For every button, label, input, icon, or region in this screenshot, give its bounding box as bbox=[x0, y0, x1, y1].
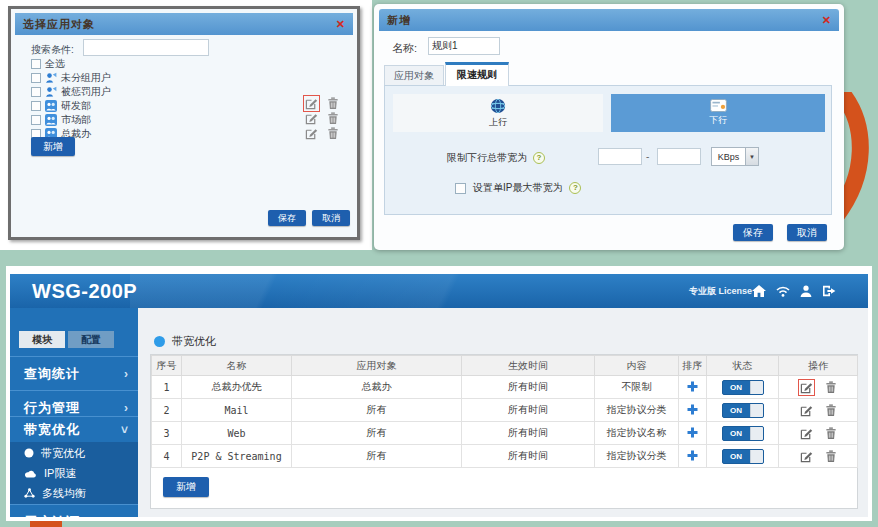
submenu-item-multiline-balance[interactable]: 多线均衡 bbox=[10, 484, 138, 502]
status-toggle[interactable]: ON bbox=[722, 380, 764, 395]
edit-icon[interactable] bbox=[305, 127, 318, 140]
trash-icon[interactable] bbox=[825, 404, 837, 417]
close-icon[interactable]: ✕ bbox=[822, 9, 831, 31]
edit-icon[interactable] bbox=[305, 97, 318, 110]
list-item-rd-dept[interactable]: 研发部 bbox=[31, 99, 91, 112]
cloud-icon bbox=[24, 469, 37, 478]
sort-plus-icon[interactable] bbox=[687, 381, 698, 392]
save-button[interactable]: 保存 bbox=[268, 210, 306, 226]
bandwidth-limit-row: 限制下行总带宽为 ? bbox=[447, 151, 545, 165]
bandwidth-max-input[interactable] bbox=[657, 148, 701, 165]
checkbox[interactable] bbox=[31, 115, 41, 125]
trash-icon[interactable] bbox=[327, 112, 339, 125]
chevron-down-icon: ˅ bbox=[121, 423, 128, 437]
logout-icon[interactable] bbox=[822, 285, 836, 297]
downstream-option-selected[interactable]: 下行 bbox=[611, 94, 825, 132]
edit-icon[interactable] bbox=[800, 427, 813, 440]
circle-icon bbox=[24, 448, 34, 458]
user-icon[interactable] bbox=[800, 285, 812, 297]
add-button[interactable]: 新增 bbox=[31, 137, 75, 156]
column-header: 状态 bbox=[707, 356, 779, 376]
group-icon bbox=[45, 114, 57, 126]
checkbox[interactable] bbox=[31, 73, 41, 83]
new-rule-dialog: 新增 ✕ 名称: 应用对象 限速规则 上行 下行 限制下行总带宽为 ? bbox=[374, 4, 844, 250]
sort-plus-icon[interactable] bbox=[687, 450, 698, 461]
trash-icon[interactable] bbox=[825, 427, 837, 440]
tab-speed-limit-rule[interactable]: 限速规则 bbox=[445, 62, 509, 86]
checkbox[interactable] bbox=[31, 87, 41, 97]
search-label: 搜索条件: bbox=[31, 43, 74, 57]
search-input[interactable] bbox=[83, 39, 209, 56]
add-rule-button[interactable]: 新增 bbox=[163, 477, 209, 497]
license-badge: 专业版 License bbox=[689, 274, 752, 308]
sort-plus-icon[interactable] bbox=[687, 427, 698, 438]
close-icon[interactable]: ✕ bbox=[336, 13, 345, 35]
column-header: 生效时间 bbox=[462, 356, 595, 376]
trash-icon[interactable] bbox=[825, 450, 837, 463]
unit-select[interactable]: KBps ▼ bbox=[711, 147, 759, 166]
item-label: 研发部 bbox=[61, 99, 91, 113]
dialog-title: 新增 bbox=[387, 13, 411, 28]
section-header: 带宽优化 bbox=[154, 334, 216, 349]
sidebar-item-bandwidth-optimization[interactable]: 带宽优化 ˅ bbox=[10, 416, 138, 442]
wifi-icon[interactable] bbox=[776, 286, 790, 297]
downstream-label: 下行 bbox=[709, 114, 727, 127]
upstream-label: 上行 bbox=[489, 116, 507, 129]
help-icon[interactable]: ? bbox=[569, 182, 581, 194]
edit-icon[interactable] bbox=[800, 381, 813, 394]
help-icon[interactable]: ? bbox=[533, 152, 545, 164]
chevron-right-icon: › bbox=[124, 515, 128, 518]
list-item-select-all[interactable]: 全选 bbox=[31, 57, 65, 70]
list-item-ungrouped-users[interactable]: 未分组用户 bbox=[31, 71, 111, 84]
chevron-down-icon[interactable]: ▼ bbox=[745, 148, 758, 165]
home-icon[interactable] bbox=[752, 285, 766, 297]
save-button[interactable]: 保存 bbox=[733, 224, 773, 241]
trash-icon[interactable] bbox=[825, 381, 837, 394]
item-actions bbox=[305, 112, 339, 125]
page-title: 带宽优化 bbox=[172, 334, 216, 349]
item-actions bbox=[305, 127, 339, 140]
tab-module[interactable]: 模块 bbox=[19, 331, 65, 348]
cancel-button[interactable]: 取消 bbox=[787, 224, 827, 241]
edit-icon[interactable] bbox=[800, 404, 813, 417]
bandwidth-min-input[interactable] bbox=[598, 148, 642, 165]
name-input[interactable] bbox=[428, 37, 500, 55]
trash-icon[interactable] bbox=[327, 97, 339, 110]
status-toggle[interactable]: ON bbox=[722, 403, 764, 418]
chevron-right-icon: › bbox=[124, 367, 128, 381]
speed-limit-panel: 上行 下行 限制下行总带宽为 ? - KBps ▼ 设置单IP最大带宽为 bbox=[384, 85, 832, 215]
sidebar-item-user-authentication[interactable]: 用户认证 › bbox=[10, 504, 138, 517]
checkbox[interactable] bbox=[31, 101, 41, 111]
per-ip-label: 设置单IP最大带宽为 bbox=[473, 181, 562, 195]
edit-icon[interactable] bbox=[800, 450, 813, 463]
trash-icon[interactable] bbox=[327, 127, 339, 140]
column-header: 名称 bbox=[182, 356, 292, 376]
status-toggle[interactable]: ON bbox=[722, 449, 764, 464]
status-toggle[interactable]: ON bbox=[722, 426, 764, 441]
dialog-title: 选择应用对象 bbox=[23, 17, 95, 32]
card-icon bbox=[710, 99, 727, 112]
table-row: 4 P2P & Streaming 所有 所有时间 指定协议分类 ON bbox=[152, 445, 858, 468]
table-row: 3 Web 所有 所有时间 指定协议名称 ON bbox=[152, 422, 858, 445]
submenu-item-ip-speed-limit[interactable]: IP限速 bbox=[10, 464, 138, 482]
submenu-item-bandwidth-optimization[interactable]: 带宽优化 bbox=[10, 444, 138, 462]
sidebar-tabs: 模块 配置 bbox=[19, 331, 114, 348]
sidebar: 模块 配置 查询统计 › 行为管理 › 带宽优化 ˅ 带宽优化 bbox=[10, 308, 138, 517]
range-separator: - bbox=[646, 151, 649, 162]
tab-application-object[interactable]: 应用对象 bbox=[384, 65, 444, 86]
checkbox[interactable] bbox=[31, 59, 41, 69]
unit-value: KBps bbox=[712, 148, 745, 165]
list-item-punished-users[interactable]: 被惩罚用户 bbox=[31, 85, 111, 98]
per-ip-checkbox[interactable] bbox=[455, 183, 466, 194]
brand-logo: WSG-200P bbox=[32, 274, 137, 308]
group-icon bbox=[45, 100, 57, 112]
sort-plus-icon[interactable] bbox=[687, 404, 698, 415]
item-label: 未分组用户 bbox=[61, 71, 111, 85]
tab-config[interactable]: 配置 bbox=[68, 331, 114, 348]
cancel-button[interactable]: 取消 bbox=[312, 210, 350, 226]
edit-icon[interactable] bbox=[305, 112, 318, 125]
header-icons bbox=[752, 274, 836, 308]
sidebar-item-query-statistics[interactable]: 查询统计 › bbox=[10, 356, 138, 390]
list-item-marketing-dept[interactable]: 市场部 bbox=[31, 113, 91, 126]
upstream-option[interactable]: 上行 bbox=[393, 94, 603, 132]
